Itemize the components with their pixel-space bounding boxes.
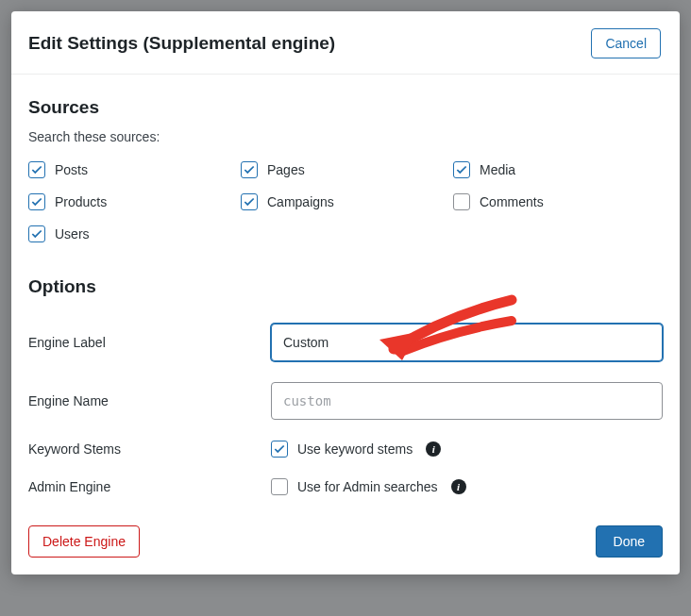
check-icon <box>243 163 256 176</box>
label-users: Users <box>55 226 90 241</box>
label-comments: Comments <box>480 194 544 209</box>
checkbox-posts[interactable] <box>28 161 45 178</box>
engine-name-input[interactable] <box>271 382 663 420</box>
check-icon <box>30 227 43 241</box>
done-button[interactable]: Done <box>596 525 663 558</box>
label-engine-name: Engine Name <box>28 393 271 408</box>
checkbox-media[interactable] <box>453 161 470 178</box>
source-campaigns: Campaigns <box>241 193 453 210</box>
checkbox-keyword-stems[interactable] <box>271 441 288 458</box>
check-icon <box>30 195 43 208</box>
info-icon[interactable]: i <box>451 479 466 494</box>
modal-body: Sources Search these sources: Posts Page… <box>11 75 680 514</box>
sources-subtitle: Search these sources: <box>28 129 663 144</box>
checkbox-products[interactable] <box>28 193 45 210</box>
row-admin-engine: Admin Engine Use for Admin searches i <box>28 478 663 495</box>
row-engine-label: Engine Label <box>28 324 663 361</box>
checkbox-admin-engine[interactable] <box>271 478 288 495</box>
source-media: Media <box>453 161 663 178</box>
check-icon <box>243 195 256 208</box>
checkbox-comments[interactable] <box>453 193 470 210</box>
checkbox-users[interactable] <box>28 225 45 242</box>
source-posts: Posts <box>28 161 241 178</box>
modal-footer: Delete Engine Done <box>11 514 680 574</box>
modal-header: Edit Settings (Supplemental engine) Canc… <box>11 11 680 75</box>
checkbox-campaigns[interactable] <box>241 193 258 210</box>
source-pages: Pages <box>241 161 453 178</box>
label-campaigns: Campaigns <box>267 194 334 209</box>
row-keyword-stems: Keyword Stems Use keyword stems i <box>28 441 663 458</box>
sources-heading: Sources <box>28 97 663 118</box>
label-pages: Pages <box>267 162 305 177</box>
modal-title: Edit Settings (Supplemental engine) <box>28 33 335 54</box>
check-icon <box>455 163 468 176</box>
source-comments: Comments <box>453 193 663 210</box>
label-admin-engine: Admin Engine <box>28 479 271 494</box>
check-icon <box>273 442 286 456</box>
source-users: Users <box>28 225 241 242</box>
label-posts: Posts <box>55 162 88 177</box>
engine-label-input[interactable] <box>271 324 663 361</box>
check-icon <box>30 163 43 176</box>
label-keyword-stems: Keyword Stems <box>28 441 271 457</box>
edit-settings-modal: Edit Settings (Supplemental engine) Canc… <box>11 11 680 574</box>
row-engine-name: Engine Name <box>28 382 663 420</box>
label-products: Products <box>55 194 107 209</box>
label-use-admin-searches: Use for Admin searches <box>297 479 438 494</box>
options-heading: Options <box>28 276 663 297</box>
checkbox-pages[interactable] <box>241 161 258 178</box>
label-media: Media <box>480 162 515 177</box>
delete-engine-button[interactable]: Delete Engine <box>28 525 140 558</box>
info-icon[interactable]: i <box>426 441 441 457</box>
cancel-button[interactable]: Cancel <box>591 28 661 58</box>
source-products: Products <box>28 193 241 210</box>
label-engine-label: Engine Label <box>28 335 271 350</box>
label-use-keyword-stems: Use keyword stems <box>297 441 413 457</box>
sources-grid: Posts Pages Media Products Campaigns Com… <box>28 161 663 242</box>
